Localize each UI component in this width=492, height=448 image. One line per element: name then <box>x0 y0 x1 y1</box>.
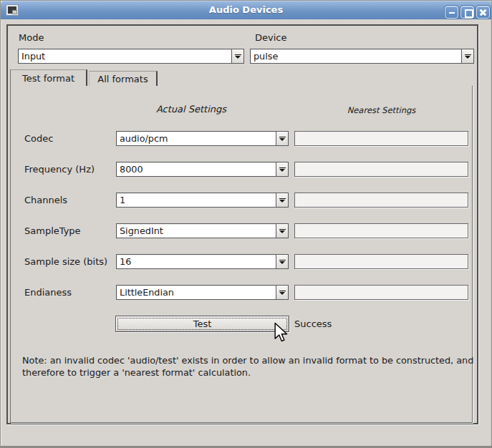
codec-selected-value: audio/pcm <box>120 133 274 144</box>
tab-test-format[interactable]: Test format <box>10 69 87 86</box>
test-button[interactable]: Test <box>115 316 289 332</box>
samplesize-label: Sample size (bits) <box>24 256 107 267</box>
dropdown-arrow-icon <box>276 193 288 207</box>
dropdown-arrow-icon <box>461 49 473 63</box>
sampletype-selected-value: SignedInt <box>120 225 274 236</box>
channels-select[interactable]: 1 <box>116 193 289 208</box>
frequency-label: Frequency (Hz) <box>24 164 95 175</box>
window-title: Audio Devices <box>1 4 491 15</box>
endianess-label: Endianess <box>24 287 72 298</box>
status-text: Success <box>294 318 332 329</box>
endianess-select[interactable]: LittleEndian <box>116 285 289 300</box>
device-label: Device <box>255 32 286 43</box>
sampletype-select[interactable]: SignedInt <box>116 223 289 238</box>
frequency-select[interactable]: 8000 <box>116 162 289 177</box>
device-selected-value: pulse <box>254 51 459 62</box>
frequency-selected-value: 8000 <box>120 164 274 175</box>
tab-all-formats[interactable]: All formats <box>89 71 158 86</box>
device-select[interactable]: pulse <box>250 49 474 64</box>
mode-label: Mode <box>19 32 44 43</box>
dropdown-arrow-icon <box>276 162 288 176</box>
minimize-button[interactable] <box>445 6 458 19</box>
audio-devices-window: Audio Devices Mode Device Input pulse Te… <box>0 0 492 448</box>
channels-nearest-field <box>294 193 468 208</box>
dropdown-arrow-icon <box>276 224 288 238</box>
channels-selected-value: 1 <box>120 195 274 205</box>
mode-select[interactable]: Input <box>18 49 244 64</box>
samplesize-nearest-field <box>294 254 468 269</box>
samplesize-selected-value: 16 <box>120 256 274 267</box>
endianess-selected-value: LittleEndian <box>120 287 274 298</box>
nearest-settings-header: Nearest Settings <box>294 105 468 115</box>
maximize-button[interactable] <box>460 6 474 19</box>
codec-select[interactable]: audio/pcm <box>116 131 289 146</box>
dropdown-arrow-icon <box>276 286 288 299</box>
dropdown-arrow-icon <box>276 132 288 145</box>
titlebar[interactable]: Audio Devices <box>1 1 491 19</box>
samplesize-select[interactable]: 16 <box>116 254 289 269</box>
close-icon <box>477 6 489 18</box>
dropdown-arrow-icon <box>231 49 243 63</box>
endianess-nearest-field <box>294 285 468 300</box>
note-text: Note: an invalid codec 'audio/test' exis… <box>22 354 478 379</box>
codec-label: Codec <box>24 133 53 144</box>
minimize-icon <box>445 6 458 18</box>
sampletype-nearest-field <box>294 223 468 238</box>
dropdown-arrow-icon <box>276 255 288 268</box>
sampletype-label: SampleType <box>24 225 81 236</box>
frequency-nearest-field <box>294 162 468 177</box>
actual-settings-header: Actual Settings <box>112 104 270 115</box>
channels-label: Channels <box>24 195 67 205</box>
mode-selected-value: Input <box>21 51 229 62</box>
codec-nearest-field <box>294 131 468 146</box>
close-button[interactable] <box>476 6 490 19</box>
maximize-icon <box>461 6 473 18</box>
